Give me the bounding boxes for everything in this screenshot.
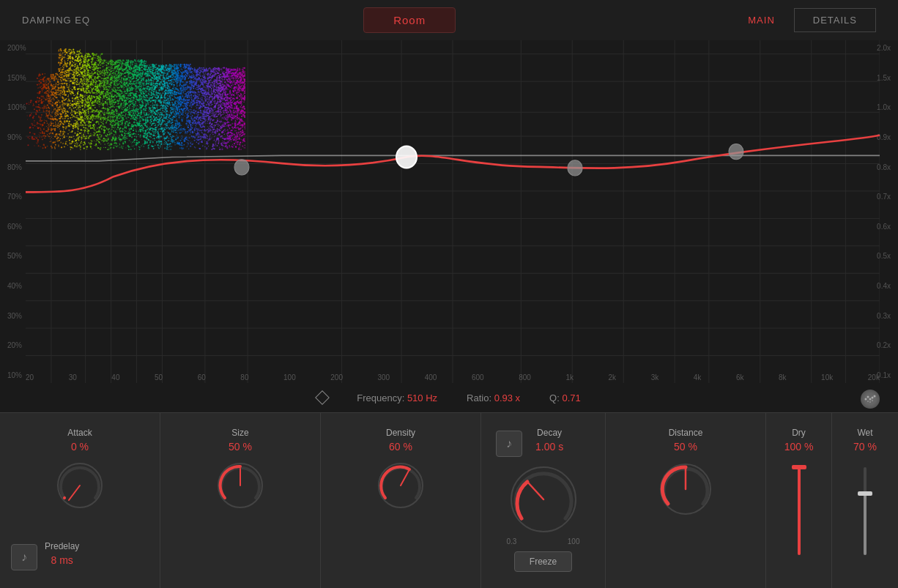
cursor-icon	[315, 390, 330, 405]
svg-point-35	[865, 398, 867, 401]
svg-point-32	[396, 146, 417, 168]
controls-panel: Attack 0 % ♪ Predelay	[0, 412, 898, 588]
header: DAMPING EQ Room MAIN DETAILS	[0, 0, 898, 40]
decay-control: ♪ Decay 1.00 s 0.3 100	[481, 413, 606, 588]
predelay-label: Predelay	[45, 541, 79, 551]
frequency-display: Frequency: 510 Hz	[357, 392, 437, 403]
decay-range-min: 0.3	[507, 537, 517, 546]
distance-control: Distance 50 %	[606, 413, 766, 588]
size-value: 50 %	[229, 441, 252, 453]
dry-slider-fill	[798, 467, 801, 555]
predelay-section: ♪ Predelay 8 ms	[11, 541, 149, 573]
decay-label: Decay	[535, 428, 563, 438]
eq-curve-svg[interactable]	[26, 40, 880, 383]
app-container: DAMPING EQ Room MAIN DETAILS 200% 150% 1…	[0, 0, 898, 588]
nav-main[interactable]: MAIN	[729, 8, 794, 32]
svg-point-36	[867, 396, 869, 398]
decay-knob[interactable]	[507, 463, 580, 536]
wet-slider-fill	[864, 494, 867, 555]
q-display: Q: 0.71	[549, 392, 581, 403]
svg-point-40	[867, 401, 869, 402]
y-axis-left: 200% 150% 100% 90% 80% 70% 60% 50% 40% 3…	[7, 40, 26, 383]
distance-label: Distance	[669, 428, 703, 438]
wet-slider-thumb[interactable]	[858, 491, 872, 496]
density-label: Density	[386, 428, 415, 438]
x-axis-labels: 20 30 40 50 60 80 100 200 300 400 600 80…	[26, 373, 880, 382]
size-control: Size 50 %	[160, 413, 321, 588]
dry-value: 100 %	[784, 441, 814, 453]
svg-point-38	[872, 397, 874, 399]
svg-point-33	[568, 160, 582, 176]
predelay-sync-button[interactable]: ♪	[11, 544, 37, 570]
freeze-button[interactable]: Freeze	[514, 551, 572, 572]
wet-slider-track[interactable]	[864, 467, 867, 555]
attack-label: Attack	[67, 428, 92, 438]
attack-knob[interactable]	[54, 460, 105, 511]
app-title: DAMPING EQ	[22, 15, 90, 26]
nav-details[interactable]: DETAILS	[794, 8, 876, 32]
dry-slider-track[interactable]	[798, 467, 801, 555]
info-bar: Frequency: 510 Hz Ratio: 0.93 x Q: 0.71	[0, 383, 898, 412]
svg-point-39	[874, 395, 876, 398]
wet-value: 70 %	[853, 441, 877, 453]
decay-value: 1.00 s	[535, 441, 563, 453]
density-knob[interactable]	[375, 460, 426, 511]
size-label: Size	[231, 428, 248, 438]
svg-point-41	[869, 401, 871, 403]
wet-slider-group: Wet 70 %	[832, 413, 898, 588]
predelay-value: 8 ms	[45, 554, 79, 566]
attack-value: 0 %	[71, 441, 89, 453]
distance-knob[interactable]	[656, 460, 715, 518]
wet-label: Wet	[857, 428, 872, 438]
header-nav: MAIN DETAILS	[729, 8, 876, 32]
svg-point-34	[729, 144, 743, 159]
density-control: Density 60 %	[321, 413, 481, 588]
svg-point-31	[234, 160, 249, 175]
attack-control: Attack 0 % ♪ Predelay	[0, 413, 160, 588]
preset-display[interactable]: Room	[363, 7, 456, 33]
dry-slider-group: Dry 100 %	[766, 413, 832, 588]
dry-label: Dry	[792, 428, 806, 438]
decay-sync-button[interactable]: ♪	[496, 431, 522, 457]
svg-point-37	[869, 398, 872, 401]
size-knob[interactable]	[215, 460, 266, 511]
ratio-display: Ratio: 0.93 x	[467, 392, 520, 403]
distance-value: 50 %	[674, 441, 697, 453]
density-value: 60 %	[389, 441, 412, 453]
decay-range-max: 100	[568, 537, 580, 546]
spectrum-view-icon[interactable]	[861, 390, 880, 409]
dry-slider-thumb[interactable]	[792, 465, 806, 469]
svg-point-42	[872, 400, 873, 401]
eq-display: 200% 150% 100% 90% 80% 70% 60% 50% 40% 3…	[0, 40, 898, 412]
